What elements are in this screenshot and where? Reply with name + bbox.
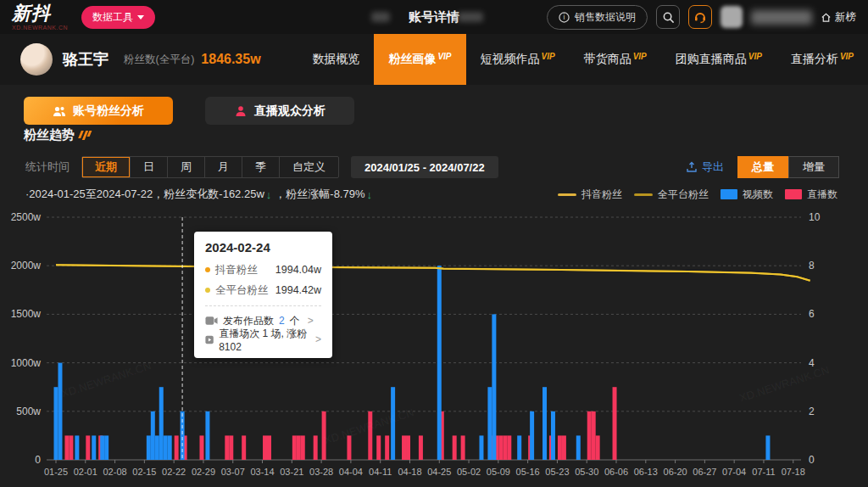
live-count-bar[interactable]	[297, 435, 301, 460]
legend-item-直播数[interactable]: 直播数	[785, 188, 837, 202]
live-count-bar[interactable]	[562, 435, 566, 460]
time-option-近期[interactable]: 近期	[82, 157, 131, 177]
video-count-bar[interactable]	[164, 435, 168, 460]
x-axis-label: 03-28	[309, 467, 333, 477]
live-count-bar[interactable]	[596, 435, 600, 460]
live-count-bar[interactable]	[242, 435, 246, 460]
series-dot-icon	[205, 267, 210, 272]
live-count-bar[interactable]	[385, 435, 389, 460]
video-count-bar[interactable]	[54, 387, 58, 460]
video-count-bar[interactable]	[92, 435, 96, 460]
live-count-bar[interactable]	[461, 435, 465, 460]
video-count-bar[interactable]	[517, 435, 521, 460]
live-count-bar[interactable]	[453, 435, 457, 460]
nav-item-带货商品[interactable]: 带货商品VIP	[570, 34, 661, 85]
live-count-bar[interactable]	[498, 435, 503, 460]
video-count-bar[interactable]	[159, 387, 164, 460]
nav-item-团购直播商品[interactable]: 团购直播商品VIP	[661, 34, 776, 85]
time-option-自定义[interactable]: 自定义	[280, 157, 338, 177]
tab-账号粉丝分析[interactable]: 账号粉丝分析	[24, 97, 173, 125]
live-count-bar[interactable]	[402, 435, 406, 460]
video-count-bar[interactable]	[147, 435, 151, 460]
user-name-redacted[interactable]	[751, 10, 812, 25]
sales-data-info-button[interactable]: i 销售数据说明	[547, 5, 648, 30]
time-option-日[interactable]: 日	[131, 157, 168, 177]
data-tools-button[interactable]: 数据工具	[81, 6, 155, 29]
video-count-bar[interactable]	[479, 435, 483, 460]
chart-canvas[interactable]: 2500w102000w81500w61000w4500w20001-2502-…	[0, 208, 868, 487]
live-count-bar[interactable]	[64, 435, 69, 460]
live-count-bar[interactable]	[86, 435, 90, 460]
x-axis-label: 07-11	[752, 467, 775, 477]
video-count-bar[interactable]	[765, 435, 770, 460]
time-option-月[interactable]: 月	[205, 157, 242, 177]
account-bar: 骆王宇 粉丝数(全平台) 1846.35w 数据概览粉丝画像VIP短视频作品VI…	[0, 34, 868, 85]
live-count-bar[interactable]	[314, 435, 318, 460]
nav-item-直播分析[interactable]: 直播分析VIP	[776, 34, 868, 85]
nav-item-粉丝画像[interactable]: 粉丝画像VIP	[374, 34, 465, 85]
live-count-bar[interactable]	[175, 435, 179, 460]
video-count-bar[interactable]	[437, 266, 442, 460]
video-count-bar[interactable]	[487, 387, 492, 460]
account-avatar[interactable]	[20, 43, 53, 76]
live-count-bar[interactable]	[592, 411, 596, 460]
live-count-bar[interactable]	[368, 411, 372, 460]
nav-item-短视频作品[interactable]: 短视频作品VIP	[466, 34, 570, 85]
live-count-bar[interactable]	[347, 435, 351, 460]
live-count-bar[interactable]	[267, 435, 271, 460]
live-count-bar[interactable]	[406, 435, 410, 460]
video-count-bar[interactable]	[58, 363, 62, 460]
live-count-bar[interactable]	[376, 435, 381, 460]
date-range-picker[interactable]: 2024/01/25 - 2024/07/22	[351, 156, 498, 178]
mode-option-增量[interactable]: 增量	[788, 156, 839, 178]
live-count-bar[interactable]	[263, 435, 267, 460]
video-count-bar[interactable]	[155, 435, 159, 460]
live-count-bar[interactable]	[558, 435, 562, 460]
live-count-bar[interactable]	[199, 435, 203, 460]
customer-service-button[interactable]	[688, 5, 712, 29]
live-count-bar[interactable]	[419, 435, 423, 460]
video-count-bar[interactable]	[551, 411, 555, 460]
live-count-bar[interactable]	[229, 435, 233, 460]
search-button[interactable]	[656, 5, 680, 29]
x-axis-label: 04-25	[427, 467, 451, 477]
live-count-bar[interactable]	[587, 411, 592, 460]
mode-option-总量[interactable]: 总量	[737, 156, 788, 178]
live-count-bar[interactable]	[225, 435, 229, 460]
video-count-bar[interactable]	[530, 411, 534, 460]
fans-trend-chart[interactable]: 2500w102000w81500w61000w4500w20001-2502-…	[0, 208, 868, 487]
video-count-bar[interactable]	[181, 411, 185, 460]
fans-line-抖音粉丝[interactable]	[56, 265, 810, 281]
video-count-bar[interactable]	[168, 435, 172, 460]
user-avatar[interactable]	[721, 6, 743, 28]
live-count-bar[interactable]	[322, 411, 326, 460]
video-count-bar[interactable]	[151, 411, 155, 460]
legend-item-抖音粉丝[interactable]: 抖音粉丝	[558, 188, 622, 202]
live-count-bar[interactable]	[507, 435, 511, 460]
series-label: 抖音粉丝	[215, 263, 258, 277]
legend-item-全平台粉丝[interactable]: 全平台粉丝	[634, 188, 709, 202]
tooltip-live-row[interactable]: 直播场次 1 场, 涨粉 8102 >	[205, 330, 321, 349]
video-count-bar[interactable]	[75, 435, 79, 460]
live-count-bar[interactable]	[292, 435, 297, 460]
video-count-bar[interactable]	[492, 314, 496, 460]
newrank-home-link[interactable]: 新榜	[821, 10, 856, 25]
time-option-周[interactable]: 周	[168, 157, 205, 177]
live-count-bar[interactable]	[69, 435, 73, 460]
video-count-bar[interactable]	[542, 387, 547, 460]
video-count-bar[interactable]	[100, 435, 104, 460]
video-count-bar[interactable]	[205, 411, 209, 460]
live-count-bar[interactable]	[301, 435, 305, 460]
live-count-bar[interactable]	[503, 435, 507, 460]
time-option-季[interactable]: 季	[242, 157, 280, 177]
video-count-bar[interactable]	[104, 435, 108, 460]
newrank-logo[interactable]: 新抖 XD.NEWRANK.CN	[12, 4, 68, 31]
search-icon	[662, 11, 675, 24]
legend-item-视频数[interactable]: 视频数	[721, 188, 773, 202]
nav-item-数据概览[interactable]: 数据概览	[298, 34, 374, 85]
video-count-bar[interactable]	[576, 435, 581, 460]
export-button[interactable]: 导出	[686, 160, 724, 175]
live-count-bar[interactable]	[613, 387, 617, 460]
tab-直播观众分析[interactable]: 直播观众分析	[205, 97, 354, 125]
video-count-bar[interactable]	[391, 387, 395, 460]
